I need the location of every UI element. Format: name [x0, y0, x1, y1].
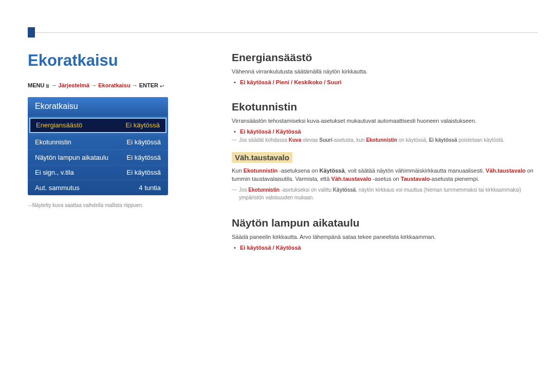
breadcrumb-part-1: Järjestelmä: [59, 82, 90, 88]
note-bold: Käytössä: [333, 187, 356, 193]
note-fragment: Jos: [239, 187, 248, 193]
note-fragment: -asetukseksi on valittu: [280, 187, 333, 193]
page-content: Ekoratkaisu MENU Ⅲ → Järjestelmä → Ekora…: [0, 0, 555, 253]
section-ekotunnistin: Ekotunnistin Virransäästön tehostamiseks…: [232, 101, 538, 201]
left-column: Ekoratkaisu MENU Ⅲ → Järjestelmä → Ekora…: [28, 51, 210, 253]
desc-highlight: Ekotunnistin: [244, 167, 278, 174]
osd-row-label: Näytön lampun aikataulu: [35, 154, 108, 161]
section-title: Ekotunnistin: [232, 101, 538, 113]
note-highlight: Kuva: [289, 137, 301, 143]
image-caption: Näytetty kuva saattaa vaihdella mallista…: [28, 202, 210, 208]
osd-row-value: 4 tuntia: [139, 184, 161, 192]
osd-menu-row-energiansaasto[interactable]: Energiansäästö Ei käytössä: [29, 118, 166, 133]
note-bold: Suuri: [319, 137, 332, 143]
note-fragment: on käytössä,: [397, 137, 429, 143]
osd-row-label: Energiansäästö: [36, 121, 82, 129]
desc-bold: Käytössä: [320, 167, 345, 174]
desc-fragment: -asetuksena on: [278, 167, 319, 174]
note-fragment: olevaa: [301, 137, 319, 143]
osd-menu-row-ei-sign[interactable]: Ei sign., v.tila Ei käytössä: [28, 165, 168, 180]
osd-menu-header: Ekoratkaisu: [28, 97, 168, 116]
osd-row-label: Ekotunnistin: [35, 138, 71, 146]
desc-fragment: Kun: [232, 167, 244, 174]
osd-menu-row-aut-sammutus[interactable]: Aut. sammutus 4 tuntia: [28, 180, 168, 195]
section-description: Kun Ekotunnistin -asetuksena on Käytössä…: [232, 167, 538, 183]
desc-fragment: -asetus on: [371, 176, 400, 182]
menu-grid-icon: Ⅲ: [46, 83, 49, 89]
desc-fragment: -asetusta pienempi.: [430, 176, 479, 182]
section-description: Säädä paneelin kirkkautta. Arvo lähempän…: [232, 233, 538, 241]
osd-row-label: Ei sign., v.tila: [35, 169, 74, 176]
note-highlight: Ekotunnistin: [366, 137, 397, 143]
osd-menu-box: Ekoratkaisu Energiansäästö Ei käytössä E…: [28, 97, 168, 195]
note-bold: Ei käytössä: [429, 137, 457, 143]
right-column: Energiansäästö Vähennä virrankulutusta s…: [210, 51, 538, 253]
section-description: Virransäästön tehostamiseksi kuva-asetuk…: [232, 117, 538, 125]
breadcrumb-part-2: Ekoratkaisu: [98, 82, 130, 88]
osd-menu-row-ekotunnistin[interactable]: Ekotunnistin Ei käytössä: [28, 135, 168, 150]
section-description: Vähennä virrankulutusta säätämällä näytö…: [232, 68, 538, 76]
subsection-title: Väh.taustavalo: [232, 152, 292, 163]
enter-icon: ↩: [160, 83, 164, 89]
note-text: Jos säädät kohdassa Kuva olevaa Suuri-as…: [232, 137, 538, 144]
page-title: Ekoratkaisu: [28, 51, 210, 70]
option-list: Ei käytössä / Pieni / Keskikoko / Suuri: [232, 79, 538, 85]
option-list: Ei käytössä / Käytössä: [232, 245, 538, 251]
desc-highlight: Väh.taustavalo: [331, 176, 372, 182]
section-title: Energiansäästö: [232, 51, 538, 64]
breadcrumb: MENU Ⅲ → Järjestelmä → Ekoratkaisu → ENT…: [28, 82, 210, 89]
section-energiansaasto: Energiansäästö Vähennä virrankulutusta s…: [232, 51, 538, 85]
section-title: Näytön lampun aikataulu: [232, 217, 538, 229]
note-fragment: poistetaan käytöstä.: [457, 137, 505, 143]
breadcrumb-menu: MENU: [28, 82, 44, 88]
desc-highlight: Taustavalo: [401, 176, 430, 182]
desc-fragment: , voit säätää näytön vähimmäiskirkkautta…: [345, 167, 486, 174]
osd-row-label: Aut. sammutus: [35, 184, 80, 192]
osd-row-value: Ei käytössä: [127, 169, 161, 176]
osd-menu-row-nayton-lampun[interactable]: Näytön lampun aikataulu Ei käytössä: [28, 150, 168, 165]
breadcrumb-enter: ENTER: [139, 82, 158, 88]
note-fragment: -asetusta, kun: [332, 137, 366, 143]
note-text: Jos Ekotunnistin -asetukseksi on valittu…: [232, 186, 538, 201]
osd-row-value: Ei käytössä: [127, 138, 161, 146]
note-highlight: Ekotunnistin: [248, 187, 280, 193]
section-nayton-lampun: Näytön lampun aikataulu Säädä paneelin k…: [232, 217, 538, 251]
page-top-rule: [28, 32, 538, 33]
osd-row-value: Ei käytössä: [127, 154, 161, 161]
desc-highlight: Väh.taustavalo: [486, 167, 526, 174]
option-list: Ei käytössä / Käytössä: [232, 128, 538, 135]
osd-row-value: Ei käytössä: [126, 121, 160, 129]
note-fragment: Jos säädät kohdassa: [239, 137, 289, 143]
